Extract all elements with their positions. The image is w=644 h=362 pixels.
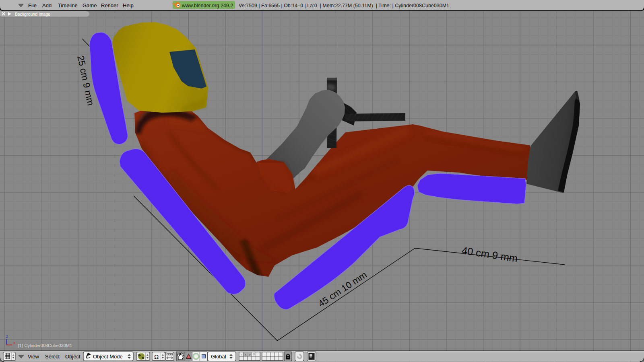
svg-text:(1) Cylinder008Cube030M1: (1) Cylinder008Cube030M1 xyxy=(18,343,72,348)
svg-text:z: z xyxy=(6,334,8,339)
svg-text:Ω: Ω xyxy=(154,353,159,360)
svg-text:Object: Object xyxy=(65,354,80,360)
svg-text:File: File xyxy=(28,2,37,8)
svg-text:Ve:7509 | Fa:6565 | Ob:14–0 |: Ve:7509 | Fa:6565 | Ob:14–0 | La:0 | Mem… xyxy=(239,3,449,8)
svg-text:Help: Help xyxy=(123,2,134,8)
svg-text:Background Image: Background Image xyxy=(15,12,50,16)
svg-text:Timeline: Timeline xyxy=(58,2,78,8)
svg-text:Global: Global xyxy=(211,354,226,360)
svg-text:Game: Game xyxy=(83,2,97,8)
svg-text:Add: Add xyxy=(42,2,52,8)
svg-text:www.blender.org 249.2: www.blender.org 249.2 xyxy=(182,3,233,8)
svg-text:View: View xyxy=(28,354,39,360)
svg-text:Select: Select xyxy=(45,354,60,360)
svg-text:Render: Render xyxy=(101,2,118,8)
svg-text:Object Mode: Object Mode xyxy=(93,354,123,360)
svg-text:x: x xyxy=(13,341,15,345)
